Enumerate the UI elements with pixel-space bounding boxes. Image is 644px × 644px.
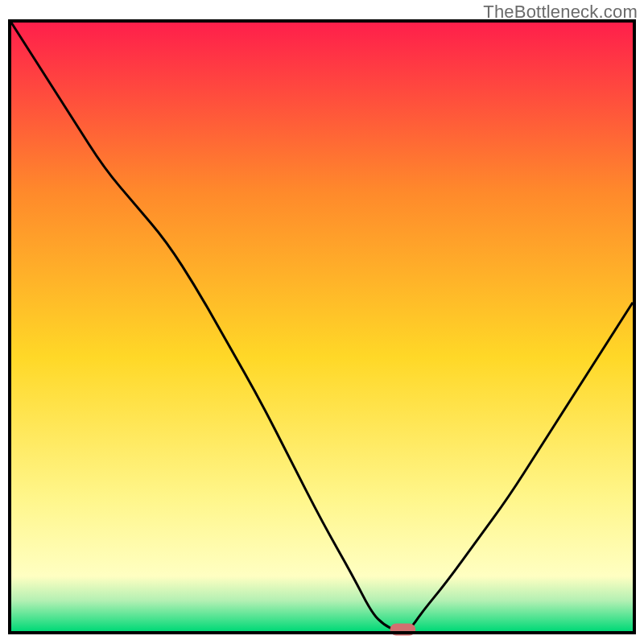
bottleneck-chart (0, 0, 644, 644)
watermark-text: TheBottleneck.com (483, 2, 638, 23)
gradient-background (11, 23, 633, 631)
chart-container: { "watermark": "TheBottleneck.com", "col… (0, 0, 644, 644)
